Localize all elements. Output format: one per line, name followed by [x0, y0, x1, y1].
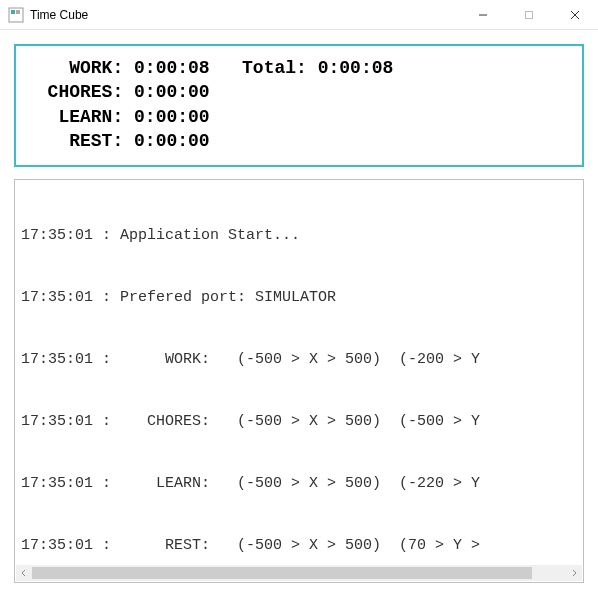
learn-label: LEARN: — [26, 107, 134, 127]
log-line: 17:35:01 : WORK: (-500 > X > 500) (-200 … — [21, 350, 577, 371]
timer-rest-row: REST: 0:00:00 — [26, 129, 572, 153]
rest-value: 0:00:00 — [134, 131, 210, 151]
svg-rect-2 — [16, 10, 20, 14]
maximize-button[interactable] — [506, 0, 552, 29]
work-label: WORK: — [26, 58, 134, 78]
log-line: 17:35:01 : REST: (-500 > X > 500) (70 > … — [21, 536, 577, 557]
minimize-button[interactable] — [460, 0, 506, 29]
chores-value: 0:00:00 — [134, 82, 210, 102]
horizontal-scrollbar[interactable] — [16, 565, 582, 581]
total-label: Total: — [210, 58, 318, 78]
log-line: 17:35:01 : Prefered port: SIMULATOR — [21, 288, 577, 309]
scroll-thumb[interactable] — [32, 567, 532, 579]
titlebar: Time Cube — [0, 0, 598, 30]
log-output: 17:35:01 : Application Start... 17:35:01… — [15, 180, 583, 564]
timer-work-row: WORK: 0:00:08 Total: 0:00:08 — [26, 56, 572, 80]
learn-value: 0:00:00 — [134, 107, 210, 127]
app-icon — [8, 7, 24, 23]
content-area: WORK: 0:00:08 Total: 0:00:08 CHORES: 0:0… — [0, 30, 598, 597]
total-value: 0:00:08 — [318, 58, 394, 78]
chores-label: CHORES: — [26, 82, 134, 102]
window-title: Time Cube — [30, 8, 88, 22]
scroll-right-arrow-icon[interactable] — [566, 565, 582, 581]
timer-panel: WORK: 0:00:08 Total: 0:00:08 CHORES: 0:0… — [14, 44, 584, 167]
work-value: 0:00:08 — [134, 58, 210, 78]
titlebar-buttons — [460, 0, 598, 29]
close-button[interactable] — [552, 0, 598, 29]
svg-rect-4 — [526, 11, 533, 18]
scroll-left-arrow-icon[interactable] — [16, 565, 32, 581]
log-line: 17:35:01 : CHORES: (-500 > X > 500) (-50… — [21, 412, 577, 433]
svg-rect-1 — [11, 10, 15, 14]
log-panel: 17:35:01 : Application Start... 17:35:01… — [14, 179, 584, 583]
scroll-track[interactable] — [32, 566, 566, 580]
log-line: 17:35:01 : Application Start... — [21, 226, 577, 247]
rest-label: REST: — [26, 131, 134, 151]
timer-chores-row: CHORES: 0:00:00 — [26, 80, 572, 104]
timer-learn-row: LEARN: 0:00:00 — [26, 105, 572, 129]
log-line: 17:35:01 : LEARN: (-500 > X > 500) (-220… — [21, 474, 577, 495]
